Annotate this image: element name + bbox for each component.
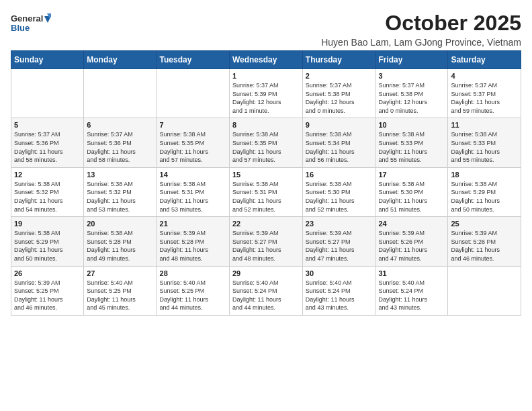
calendar-cell: 23Sunrise: 5:39 AM Sunset: 5:27 PM Dayli… — [302, 217, 375, 266]
day-number: 22 — [232, 220, 300, 228]
calendar-cell: 7Sunrise: 5:38 AM Sunset: 5:35 PM Daylig… — [157, 118, 229, 167]
day-info: Sunrise: 5:38 AM Sunset: 5:32 PM Dayligh… — [14, 180, 81, 214]
day-info: Sunrise: 5:37 AM Sunset: 5:37 PM Dayligh… — [451, 81, 518, 115]
calendar-week-2: 5Sunrise: 5:37 AM Sunset: 5:36 PM Daylig… — [11, 118, 521, 167]
day-info: Sunrise: 5:37 AM Sunset: 5:38 PM Dayligh… — [378, 81, 445, 115]
weekday-header-monday: Monday — [84, 51, 157, 69]
calendar-cell: 21Sunrise: 5:39 AM Sunset: 5:28 PM Dayli… — [157, 217, 229, 266]
calendar-cell: 26Sunrise: 5:39 AM Sunset: 5:25 PM Dayli… — [11, 266, 84, 315]
day-number: 17 — [378, 171, 445, 179]
day-info: Sunrise: 5:39 AM Sunset: 5:26 PM Dayligh… — [451, 229, 518, 263]
day-info: Sunrise: 5:38 AM Sunset: 5:28 PM Dayligh… — [87, 229, 153, 263]
calendar-cell: 6Sunrise: 5:37 AM Sunset: 5:36 PM Daylig… — [84, 118, 157, 167]
day-number: 20 — [87, 220, 153, 228]
day-number: 21 — [160, 220, 226, 228]
weekday-header-thursday: Thursday — [302, 51, 375, 69]
day-number: 6 — [87, 121, 153, 129]
calendar-week-3: 12Sunrise: 5:38 AM Sunset: 5:32 PM Dayli… — [11, 167, 521, 216]
day-info: Sunrise: 5:38 AM Sunset: 5:30 PM Dayligh… — [378, 180, 445, 214]
location-subtitle: Huyen Bao Lam, Lam GJong Province, Vietn… — [51, 37, 521, 48]
calendar-cell: 27Sunrise: 5:40 AM Sunset: 5:25 PM Dayli… — [84, 266, 157, 315]
calendar-cell — [157, 69, 229, 118]
logo: General Blue — [11, 11, 51, 38]
day-info: Sunrise: 5:39 AM Sunset: 5:26 PM Dayligh… — [378, 229, 445, 263]
calendar-week-5: 26Sunrise: 5:39 AM Sunset: 5:25 PM Dayli… — [11, 266, 521, 315]
calendar-cell: 2Sunrise: 5:37 AM Sunset: 5:38 PM Daylig… — [302, 69, 375, 118]
day-number: 19 — [14, 220, 81, 228]
title-section: October 2025 Huyen Bao Lam, Lam GJong Pr… — [51, 11, 521, 48]
calendar-cell — [84, 69, 157, 118]
day-number: 30 — [306, 269, 373, 277]
calendar-table: SundayMondayTuesdayWednesdayThursdayFrid… — [11, 50, 521, 316]
day-number: 2 — [306, 72, 373, 80]
day-number: 11 — [451, 121, 518, 129]
calendar-cell: 29Sunrise: 5:40 AM Sunset: 5:24 PM Dayli… — [229, 266, 302, 315]
calendar-cell — [448, 266, 521, 315]
calendar-cell: 5Sunrise: 5:37 AM Sunset: 5:36 PM Daylig… — [11, 118, 84, 167]
day-info: Sunrise: 5:38 AM Sunset: 5:35 PM Dayligh… — [160, 130, 226, 164]
day-info: Sunrise: 5:39 AM Sunset: 5:27 PM Dayligh… — [306, 229, 373, 263]
day-info: Sunrise: 5:38 AM Sunset: 5:31 PM Dayligh… — [232, 180, 300, 214]
day-number: 7 — [160, 121, 226, 129]
calendar-cell: 20Sunrise: 5:38 AM Sunset: 5:28 PM Dayli… — [84, 217, 157, 266]
day-number: 12 — [14, 171, 81, 179]
day-info: Sunrise: 5:40 AM Sunset: 5:24 PM Dayligh… — [306, 279, 373, 312]
day-info: Sunrise: 5:39 AM Sunset: 5:27 PM Dayligh… — [232, 229, 300, 263]
day-info: Sunrise: 5:39 AM Sunset: 5:25 PM Dayligh… — [14, 279, 81, 312]
day-info: Sunrise: 5:38 AM Sunset: 5:34 PM Dayligh… — [306, 130, 373, 164]
calendar-cell: 13Sunrise: 5:38 AM Sunset: 5:32 PM Dayli… — [84, 167, 157, 216]
calendar-week-4: 19Sunrise: 5:38 AM Sunset: 5:29 PM Dayli… — [11, 217, 521, 266]
page-header: General Blue October 2025 Huyen Bao Lam,… — [11, 11, 521, 48]
calendar-cell: 8Sunrise: 5:38 AM Sunset: 5:35 PM Daylig… — [229, 118, 302, 167]
day-number: 24 — [378, 220, 445, 228]
logo-icon: General Blue — [11, 11, 51, 38]
svg-text:Blue: Blue — [11, 23, 30, 33]
weekday-header-wednesday: Wednesday — [229, 51, 302, 69]
day-info: Sunrise: 5:38 AM Sunset: 5:30 PM Dayligh… — [306, 180, 373, 214]
day-number: 10 — [378, 121, 445, 129]
calendar-cell: 14Sunrise: 5:38 AM Sunset: 5:31 PM Dayli… — [157, 167, 229, 216]
calendar-cell: 4Sunrise: 5:37 AM Sunset: 5:37 PM Daylig… — [448, 69, 521, 118]
calendar-cell: 3Sunrise: 5:37 AM Sunset: 5:38 PM Daylig… — [375, 69, 448, 118]
day-info: Sunrise: 5:37 AM Sunset: 5:36 PM Dayligh… — [14, 130, 81, 164]
day-info: Sunrise: 5:38 AM Sunset: 5:33 PM Dayligh… — [378, 130, 445, 164]
calendar-cell: 9Sunrise: 5:38 AM Sunset: 5:34 PM Daylig… — [302, 118, 375, 167]
calendar-cell: 22Sunrise: 5:39 AM Sunset: 5:27 PM Dayli… — [229, 217, 302, 266]
calendar-cell: 25Sunrise: 5:39 AM Sunset: 5:26 PM Dayli… — [448, 217, 521, 266]
day-info: Sunrise: 5:40 AM Sunset: 5:24 PM Dayligh… — [378, 279, 445, 312]
calendar-cell: 10Sunrise: 5:38 AM Sunset: 5:33 PM Dayli… — [375, 118, 448, 167]
day-number: 31 — [378, 269, 445, 277]
calendar-cell: 28Sunrise: 5:40 AM Sunset: 5:25 PM Dayli… — [157, 266, 229, 315]
day-number: 16 — [306, 171, 373, 179]
calendar-cell: 30Sunrise: 5:40 AM Sunset: 5:24 PM Dayli… — [302, 266, 375, 315]
day-number: 28 — [160, 269, 226, 277]
day-info: Sunrise: 5:38 AM Sunset: 5:29 PM Dayligh… — [14, 229, 81, 263]
calendar-cell: 15Sunrise: 5:38 AM Sunset: 5:31 PM Dayli… — [229, 167, 302, 216]
day-number: 25 — [451, 220, 518, 228]
calendar-cell: 18Sunrise: 5:38 AM Sunset: 5:29 PM Dayli… — [448, 167, 521, 216]
svg-text:General: General — [11, 13, 43, 24]
month-title: October 2025 — [51, 11, 521, 36]
weekday-header-friday: Friday — [375, 51, 448, 69]
day-number: 13 — [87, 171, 153, 179]
day-info: Sunrise: 5:38 AM Sunset: 5:31 PM Dayligh… — [160, 180, 226, 214]
day-info: Sunrise: 5:39 AM Sunset: 5:28 PM Dayligh… — [160, 229, 226, 263]
day-info: Sunrise: 5:37 AM Sunset: 5:39 PM Dayligh… — [232, 81, 300, 115]
day-info: Sunrise: 5:40 AM Sunset: 5:24 PM Dayligh… — [232, 279, 300, 312]
calendar-cell: 19Sunrise: 5:38 AM Sunset: 5:29 PM Dayli… — [11, 217, 84, 266]
day-info: Sunrise: 5:37 AM Sunset: 5:38 PM Dayligh… — [306, 81, 373, 115]
weekday-header-sunday: Sunday — [11, 51, 84, 69]
weekday-header-row: SundayMondayTuesdayWednesdayThursdayFrid… — [11, 51, 521, 69]
weekday-header-tuesday: Tuesday — [157, 51, 229, 69]
day-info: Sunrise: 5:38 AM Sunset: 5:35 PM Dayligh… — [232, 130, 300, 164]
day-number: 18 — [451, 171, 518, 179]
day-info: Sunrise: 5:40 AM Sunset: 5:25 PM Dayligh… — [87, 279, 153, 312]
day-number: 4 — [451, 72, 518, 80]
calendar-cell: 11Sunrise: 5:38 AM Sunset: 5:33 PM Dayli… — [448, 118, 521, 167]
day-number: 15 — [232, 171, 300, 179]
day-number: 27 — [87, 269, 153, 277]
calendar-cell: 1Sunrise: 5:37 AM Sunset: 5:39 PM Daylig… — [229, 69, 302, 118]
day-number: 14 — [160, 171, 226, 179]
weekday-header-saturday: Saturday — [448, 51, 521, 69]
day-info: Sunrise: 5:38 AM Sunset: 5:32 PM Dayligh… — [87, 180, 153, 214]
